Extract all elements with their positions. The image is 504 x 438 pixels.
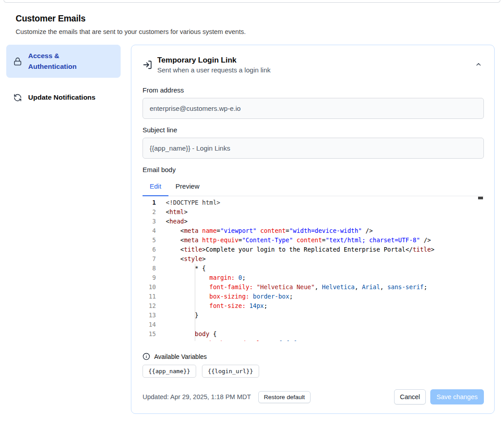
subject-line-input[interactable] (143, 138, 484, 159)
code-text: * { (156, 264, 206, 273)
code-text: <html> (156, 207, 188, 217)
sidebar-item-label: Update Notifications (28, 92, 96, 103)
code-line[interactable]: 5 <meta http-equiv="Content-Type" conten… (143, 236, 484, 245)
tab-preview[interactable]: Preview (168, 178, 206, 196)
variable-chip-app-name[interactable]: {{app_name}} (143, 365, 196, 378)
variable-chip-login-url[interactable]: {{login_url}} (202, 365, 259, 378)
line-number: 14 (143, 320, 156, 329)
editor-tabbar: Edit Preview (143, 178, 484, 196)
page-subtitle: Customize the emails that are sent to yo… (16, 28, 488, 35)
sidebar-item-access-authentication[interactable]: Access & Authentication (6, 45, 121, 78)
card-header-text: Temporary Login Link Sent when a user re… (157, 56, 270, 74)
email-body-editor[interactable]: 1<!DOCTYPE html>2<html>3<head>4 <meta na… (143, 196, 484, 341)
code-line[interactable]: 11 box-sizing: border-box; (143, 292, 484, 301)
subject-line-label: Subject line (143, 126, 484, 134)
card-header: Temporary Login Link Sent when a user re… (143, 56, 484, 74)
available-variables-row: Available Variables (143, 353, 484, 360)
code-text: <!DOCTYPE html> (156, 198, 220, 207)
code-line[interactable]: 3<head> (143, 217, 484, 226)
save-changes-button[interactable]: Save changes (430, 389, 484, 404)
code-line[interactable]: 12 font-size: 14px; (143, 301, 484, 311)
code-text: font-size: 14px; (156, 301, 268, 311)
card-subtitle: Sent when a user requests a login link (157, 66, 270, 74)
code-text: <meta name="viewport" content="width=dev… (156, 226, 373, 236)
code-line[interactable]: 7 <style> (143, 254, 484, 264)
line-number: 7 (143, 254, 156, 264)
code-text: <head> (156, 217, 188, 226)
updated-timestamp: Updated: Apr 29, 2025, 1:18 PM MDT (143, 393, 251, 400)
lock-icon (13, 57, 22, 66)
previous-card-bottom-edge (4, 0, 500, 3)
editor-scrollbar-thumb[interactable] (478, 197, 483, 199)
chevron-up-icon (475, 61, 482, 69)
code-line[interactable]: 13 } (143, 311, 484, 320)
temporary-login-link-card: Temporary Login Link Sent when a user re… (131, 45, 495, 414)
code-line[interactable]: 15 body { (143, 329, 484, 339)
code-line[interactable]: 9 margin: 0; (143, 273, 484, 282)
line-number: 8 (143, 264, 156, 273)
code-text (156, 320, 166, 329)
line-number: 3 (143, 217, 156, 226)
line-number: 9 (143, 273, 156, 282)
code-line[interactable]: 16 background-color: #f6f6f6; (143, 339, 484, 341)
settings-layout: Access & Authentication Update Notificat… (0, 45, 504, 414)
available-variables-label: Available Variables (154, 353, 207, 360)
line-number: 13 (143, 311, 156, 320)
line-number: 4 (143, 226, 156, 236)
code-text: margin: 0; (156, 273, 246, 282)
restore-default-button[interactable]: Restore default (258, 391, 311, 403)
from-address-label: From address (143, 86, 484, 94)
code-line[interactable]: 2<html> (143, 207, 484, 217)
line-number: 12 (143, 301, 156, 311)
code-line[interactable]: 10 font-family: "Helvetica Neue", Helvet… (143, 282, 484, 292)
code-line[interactable]: 6 <title>Complete your login to the Repl… (143, 245, 484, 254)
line-number: 5 (143, 236, 156, 245)
login-icon (143, 60, 152, 70)
line-number: 2 (143, 207, 156, 217)
code-text: <style> (156, 254, 206, 264)
line-number: 16 (143, 339, 156, 341)
code-text: body { (156, 329, 217, 339)
code-text: background-color: #f6f6f6; (156, 339, 304, 341)
code-line[interactable]: 1<!DOCTYPE html> (143, 198, 484, 207)
cancel-button[interactable]: Cancel (394, 389, 426, 404)
code-line[interactable]: 4 <meta name="viewport" content="width=d… (143, 226, 484, 236)
code-text: <title>Complete your login to the Replic… (156, 245, 435, 254)
line-number: 15 (143, 329, 156, 339)
indent-guide (195, 264, 195, 341)
line-number: 11 (143, 292, 156, 301)
line-number: 1 (143, 198, 156, 207)
line-number: 6 (143, 245, 156, 254)
card-footer: Updated: Apr 29, 2025, 1:18 PM MDT Resto… (143, 389, 484, 404)
code-text: font-family: "Helvetica Neue", Helvetica… (156, 282, 427, 292)
code-text: } (156, 311, 198, 320)
code-text: box-sizing: border-box; (156, 292, 293, 301)
sidebar-item-update-notifications[interactable]: Update Notifications (6, 86, 121, 109)
code-line[interactable]: 14 (143, 320, 484, 329)
settings-sidebar: Access & Authentication Update Notificat… (6, 45, 121, 109)
code-lines: 1<!DOCTYPE html>2<html>3<head>4 <meta na… (143, 198, 484, 341)
sidebar-item-label: Access & Authentication (28, 51, 95, 72)
card-title: Temporary Login Link (157, 56, 270, 65)
refresh-icon (13, 93, 22, 102)
variable-chips: {{app_name}} {{login_url}} (143, 365, 484, 378)
info-icon (143, 353, 150, 360)
from-address-input[interactable] (143, 98, 484, 119)
collapse-section-button[interactable] (473, 59, 484, 71)
code-text: <meta http-equiv="Content-Type" content=… (156, 236, 431, 245)
tab-edit[interactable]: Edit (143, 178, 168, 196)
email-body-label: Email body (143, 166, 484, 173)
line-number: 10 (143, 282, 156, 292)
page-title: Customer Emails (16, 13, 488, 24)
code-line[interactable]: 8 * { (143, 264, 484, 273)
